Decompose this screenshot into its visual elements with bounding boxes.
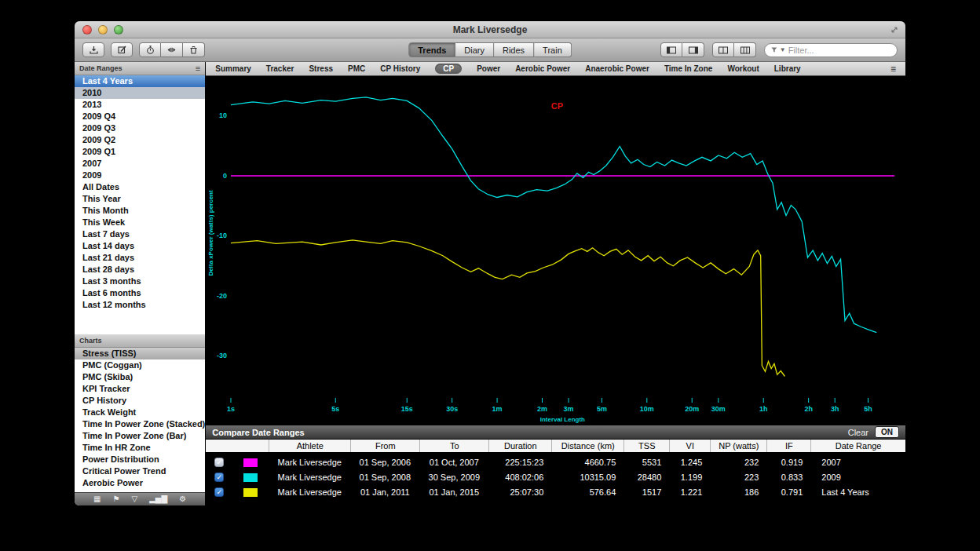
titlebar[interactable]: Mark Liversedge <box>75 21 905 38</box>
chart-pmc-coggan[interactable]: PMC (Coggan) <box>75 359 205 371</box>
tab-power[interactable]: Power <box>477 64 500 73</box>
compare-header-bar: Compare Date Ranges Clear ON <box>206 425 905 440</box>
daterange-2009-q2[interactable]: 2009 Q2 <box>75 134 205 146</box>
column-header-to[interactable]: To <box>419 440 488 452</box>
tab-pmc[interactable]: PMC <box>348 64 365 73</box>
cell-distance: 4660.75 <box>551 458 623 467</box>
intervals-button[interactable] <box>161 42 183 57</box>
close-button[interactable] <box>82 25 92 35</box>
column-header-np-watts[interactable]: NP (watts) <box>710 440 766 452</box>
daterange-2010[interactable]: 2010 <box>75 87 205 99</box>
bookmark-icon[interactable]: ⚑ <box>113 495 120 503</box>
row-checkbox[interactable]: ✓ <box>214 487 224 497</box>
tabbar-menu-icon[interactable]: ≡ <box>890 64 896 75</box>
tab-tracker[interactable]: Tracker <box>266 64 294 73</box>
tab-time-in-zone[interactable]: Time In Zone <box>664 64 713 73</box>
chart-power-distribution[interactable]: Power Distribution <box>75 454 205 465</box>
clear-button[interactable]: Clear <box>848 428 868 437</box>
grid-icon[interactable]: ▦ <box>93 495 101 503</box>
chart-time-in-hr-zone[interactable]: Time In HR Zone <box>75 442 205 454</box>
daterange-2009-q3[interactable]: 2009 Q3 <box>75 122 205 134</box>
y-tick-label: -30 <box>217 352 227 359</box>
tab-summary[interactable]: Summary <box>215 64 251 73</box>
tab-workout[interactable]: Workout <box>727 64 759 73</box>
chart-pmc-skiba[interactable]: PMC (Skiba) <box>75 371 205 383</box>
tab-aerobic-power[interactable]: Aerobic Power <box>515 64 570 73</box>
filter-field[interactable]: ▼ <box>764 43 898 57</box>
daterange-this-month[interactable]: This Month <box>75 205 205 217</box>
column-header-if[interactable]: IF <box>766 440 810 452</box>
gear-icon[interactable]: ⚙ <box>179 495 186 503</box>
chart-time-in-power-zone-bar[interactable]: Time In Power Zone (Bar) <box>75 430 205 442</box>
chart-kpi-tracker[interactable]: KPI Tracker <box>75 383 205 395</box>
column-header-distance-km[interactable]: Distance (km) <box>551 440 623 452</box>
toggle-left-sidebar-button[interactable] <box>660 42 682 57</box>
edit-button[interactable] <box>111 42 133 57</box>
view-train[interactable]: Train <box>534 42 572 57</box>
delete-button[interactable] <box>183 42 205 57</box>
tab-cp[interactable]: CP <box>435 64 462 74</box>
view-trends[interactable]: Trends <box>408 42 455 57</box>
x-tick-label: 1m <box>492 405 503 413</box>
chart-title: CP <box>551 101 563 111</box>
zoom-button[interactable] <box>114 25 123 35</box>
column-header-duration[interactable]: Duration <box>488 440 551 452</box>
funnel-icon[interactable]: ▽ <box>131 495 137 503</box>
daterange-2009[interactable]: 2009 <box>75 170 205 181</box>
column-header-from[interactable]: From <box>350 440 419 452</box>
row-checkbox[interactable]: ✓ <box>214 458 224 467</box>
cell-if: 0.919 <box>766 458 810 467</box>
daterange-all-dates[interactable]: All Dates <box>75 181 205 193</box>
daterange-last-4-years[interactable]: Last 4 Years <box>75 75 205 87</box>
filter-input[interactable] <box>788 46 890 55</box>
chart-critical-power-trend[interactable]: Critical Power Trend <box>75 465 205 477</box>
chart-cp-history[interactable]: CP History <box>75 395 205 407</box>
tile-view-button[interactable] <box>712 42 734 57</box>
minimize-button[interactable] <box>98 25 108 35</box>
toolbar: TrendsDiaryRidesTrain <box>75 38 905 62</box>
daterange-last-6-months[interactable]: Last 6 months <box>75 287 205 299</box>
chart-stress-tiss[interactable]: Stress (TISS) <box>75 348 205 359</box>
daterange-2013[interactable]: 2013 <box>75 99 205 111</box>
stopwatch-button[interactable] <box>139 42 161 57</box>
row-checkbox[interactable]: ✓ <box>214 473 224 482</box>
chart-track-weight[interactable]: Track Weight <box>75 407 205 418</box>
daterange-last-21-days[interactable]: Last 21 days <box>75 252 205 264</box>
daterange-2009-q4[interactable]: 2009 Q4 <box>75 111 205 122</box>
main-area: SummaryTrackerStressPMCCP HistoryCPPower… <box>206 62 905 505</box>
cell-tss: 28480 <box>623 473 669 482</box>
daterange-last-12-months[interactable]: Last 12 months <box>75 299 205 311</box>
resize-icon[interactable] <box>890 25 899 35</box>
series-color-swatch <box>243 458 258 467</box>
daterange-last-14-days[interactable]: Last 14 days <box>75 240 205 252</box>
tab-anaerobic-power[interactable]: Anaerobic Power <box>585 64 649 73</box>
cell-to: 01 Jan, 2015 <box>419 487 488 497</box>
daterange-last-28-days[interactable]: Last 28 days <box>75 264 205 276</box>
daterange-2009-q1[interactable]: 2009 Q1 <box>75 146 205 158</box>
view-diary[interactable]: Diary <box>455 42 494 57</box>
daterange-last-7-days[interactable]: Last 7 days <box>75 228 205 240</box>
cell-vi: 1.221 <box>669 487 710 497</box>
cell-from: 01 Sep, 2006 <box>350 458 419 467</box>
tab-stress[interactable]: Stress <box>309 64 333 73</box>
tab-cp-history[interactable]: CP History <box>380 64 420 73</box>
view-rides[interactable]: Rides <box>494 42 534 57</box>
daterange-2007[interactable]: 2007 <box>75 158 205 170</box>
toggle-right-sidebar-button[interactable] <box>682 42 704 57</box>
daterange-this-week[interactable]: This Week <box>75 217 205 228</box>
tab-library[interactable]: Library <box>774 64 801 73</box>
daterange-this-year[interactable]: This Year <box>75 193 205 205</box>
daterange-last-3-months[interactable]: Last 3 months <box>75 276 205 287</box>
hamburger-icon[interactable]: ≡ <box>196 64 200 73</box>
chart-aerobic-power[interactable]: Aerobic Power <box>75 477 205 489</box>
on-toggle[interactable]: ON <box>875 426 899 438</box>
chart-bars-icon[interactable]: ▂▅▇ <box>149 495 167 503</box>
save-button[interactable] <box>82 42 104 57</box>
chart-time-in-power-zone-stacked[interactable]: Time In Power Zone (Stacked) <box>75 418 205 430</box>
column-header-vi[interactable]: VI <box>669 440 710 452</box>
column-view-button[interactable] <box>734 42 756 57</box>
column-header-athlete[interactable]: Athlete <box>269 440 350 452</box>
cell-range: 2007 <box>810 458 905 467</box>
column-header-tss[interactable]: TSS <box>623 440 669 452</box>
column-header-date-range[interactable]: Date Range <box>810 440 905 452</box>
